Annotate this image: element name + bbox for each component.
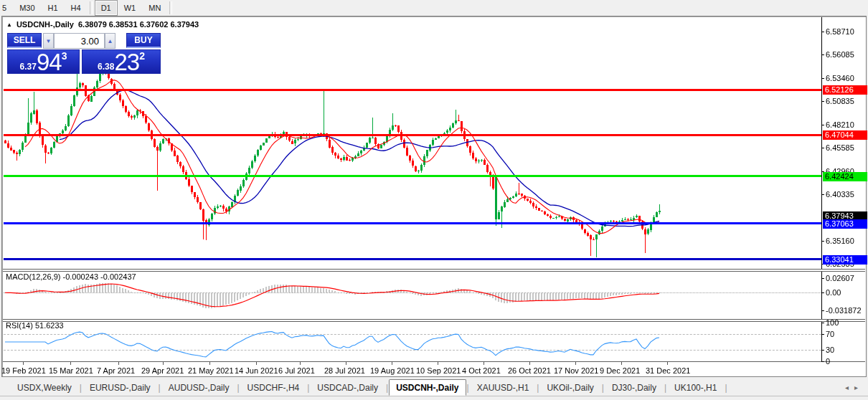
price-axis-tick	[821, 125, 824, 125]
price-axis-label: 6.58710	[826, 27, 854, 36]
date-label: 29 Apr 2021	[141, 366, 184, 375]
timeframe-button-5[interactable]: 5	[0, 0, 13, 16]
mt4-workspace: 5M30H1H4D1W1MN ▲ USDCNH-,Daily 6.38079 6…	[0, 0, 868, 400]
chart-tab-audusd-daily[interactable]: AUDUSD-,Daily	[161, 380, 237, 396]
chart-tab-eurusd-daily[interactable]: EURUSD-,Daily	[82, 380, 158, 396]
date-label: 7 Apr 2021	[97, 366, 135, 375]
price-axis-tick	[821, 54, 824, 55]
price-level-line[interactable]	[4, 134, 821, 136]
buy-price-pip: 2	[139, 51, 145, 61]
price-level-line[interactable]	[4, 222, 821, 224]
price-axis-label: 6.35160	[826, 237, 854, 245]
date-tick	[300, 362, 301, 365]
toolbar-divider	[169, 1, 172, 14]
date-tick	[621, 362, 622, 365]
macd-axis-label: 0.02607	[826, 274, 854, 282]
date-label: 15 Mar 2021	[49, 366, 93, 375]
price-level-line[interactable]	[4, 258, 821, 260]
timeframe-button-h1[interactable]: H1	[42, 0, 65, 16]
chart-tab-usdcnh-daily[interactable]: USDCNH-,Daily	[389, 379, 466, 396]
date-label: 10 Sep 2021	[416, 366, 461, 375]
tab-scroll-left-icon[interactable]: ◂	[845, 384, 854, 391]
price-axis-label: 6.40335	[826, 190, 854, 199]
date-label: 14 Jun 2021	[235, 366, 278, 375]
tab-scroll-arrows[interactable]: ◂▸	[845, 384, 864, 391]
date-tick	[575, 362, 576, 365]
chart-tab-usdchf-h4[interactable]: USDCHF-,H4	[240, 380, 307, 396]
date-tick	[70, 362, 71, 365]
rsi-axis-tick	[821, 350, 824, 351]
price-badge: 6.37063	[823, 219, 867, 229]
buy-price-big: 23	[114, 52, 139, 73]
price-axis-tick	[821, 241, 824, 242]
rsi-axis-label: 30	[826, 346, 834, 354]
date-label: 9 Dec 2021	[600, 366, 640, 375]
date-label: 26 Oct 2021	[508, 366, 551, 375]
rsi-axis-tick	[821, 323, 824, 323]
chart-tab-usdcad-daily[interactable]: USDCAD-,Daily	[310, 380, 385, 396]
sell-price-prefix: 6.37	[20, 61, 37, 73]
price-axis-tick	[821, 78, 824, 79]
price-axis-tick	[821, 148, 824, 148]
timeframe-button-w1[interactable]: W1	[118, 0, 143, 16]
date-tick	[438, 362, 438, 365]
chart-ohlc-values: 6.38079 6.38531 6.37602 6.37943	[78, 20, 199, 29]
sell-price-big: 94	[37, 52, 62, 73]
volume-increase-button[interactable]: ▲	[105, 33, 115, 49]
chart-tab-usdx-weekly[interactable]: USDX,Weekly	[10, 380, 79, 396]
date-tick	[346, 362, 346, 365]
chart-tab-xauusd-h1[interactable]: XAUUSD-,H1	[470, 380, 537, 396]
price-badge: 6.33041	[823, 255, 867, 265]
macd-axis-label: -0.031872	[826, 306, 862, 315]
chart-tabbar: USDX,Weekly|EURUSD-,Daily|AUDUSD-,Daily|…	[0, 379, 868, 396]
price-level-line[interactable]	[4, 175, 821, 177]
chart-tab-uk100-h1[interactable]: UK100-,H1	[667, 380, 724, 396]
date-tick	[529, 362, 530, 365]
price-axis-label: 6.50835	[826, 97, 854, 105]
sell-price-box[interactable]: 6.37 94 3	[7, 49, 80, 74]
date-label: 19 Aug 2021	[370, 366, 415, 375]
spin-up-icon: ▲	[108, 38, 113, 44]
price-axis-label: 6.48210	[826, 120, 854, 129]
timeframe-button-mn[interactable]: MN	[142, 0, 167, 16]
buy-price-box[interactable]: 6.38 23 2	[82, 49, 161, 74]
chart-symbol-title: USDCNH-,Daily	[16, 20, 74, 29]
macd-window-splitter[interactable]	[3, 269, 865, 272]
price-badge: 6.52126	[823, 85, 867, 95]
macd-axis-tick	[821, 310, 824, 311]
date-tick	[667, 362, 668, 365]
chart-tab-ukoil-daily[interactable]: UKOil-,Daily	[539, 380, 600, 396]
buy-button[interactable]: BUY	[126, 33, 161, 48]
tab-scroll-right-icon[interactable]: ▸	[854, 384, 864, 391]
timeframe-button-m30[interactable]: M30	[13, 0, 41, 16]
collapse-chart-icon[interactable]: ▲	[6, 21, 12, 29]
price-axis-tick	[821, 101, 824, 102]
time-axis-line	[3, 361, 865, 362]
volume-input[interactable]	[54, 33, 105, 49]
rsi-window-splitter[interactable]	[3, 319, 865, 322]
buy-price-prefix: 6.38	[98, 61, 114, 73]
timeframe-button-d1[interactable]: D1	[95, 0, 118, 16]
macd-axis-tick	[821, 278, 824, 279]
timeframe-toolbar: 5M30H1H4D1W1MN	[0, 0, 868, 16]
date-tick	[483, 362, 484, 365]
date-label: 6 Jul 2021	[278, 366, 315, 375]
rsi-axis-label: 70	[826, 330, 834, 338]
chart-tab-dj30-daily[interactable]: DJ30-,Daily	[605, 380, 664, 396]
window-bottom-strip	[0, 396, 868, 400]
macd-axis-tick	[821, 292, 824, 293]
price-axis-tick	[821, 32, 824, 32]
price-axis-label: 6.45585	[826, 143, 854, 152]
macd-label: MACD(12,26,9) -0.000243 -0.002437	[6, 272, 136, 281]
rsi-axis-tick	[821, 334, 824, 335]
price-level-line[interactable]	[4, 89, 821, 91]
date-label: 21 May 2021	[188, 366, 234, 375]
sell-button[interactable]: SELL	[7, 33, 42, 48]
rsi-axis-tick	[821, 361, 824, 362]
chart-title-row: ▲ USDCNH-,Daily 6.38079 6.38531 6.37602 …	[6, 20, 199, 29]
date-tick	[23, 362, 24, 365]
date-label: 19 Feb 2021	[1, 366, 46, 375]
timeframe-button-h4[interactable]: H4	[65, 0, 88, 16]
volume-decrease-button[interactable]: ▼	[43, 33, 54, 49]
date-tick	[209, 362, 210, 365]
